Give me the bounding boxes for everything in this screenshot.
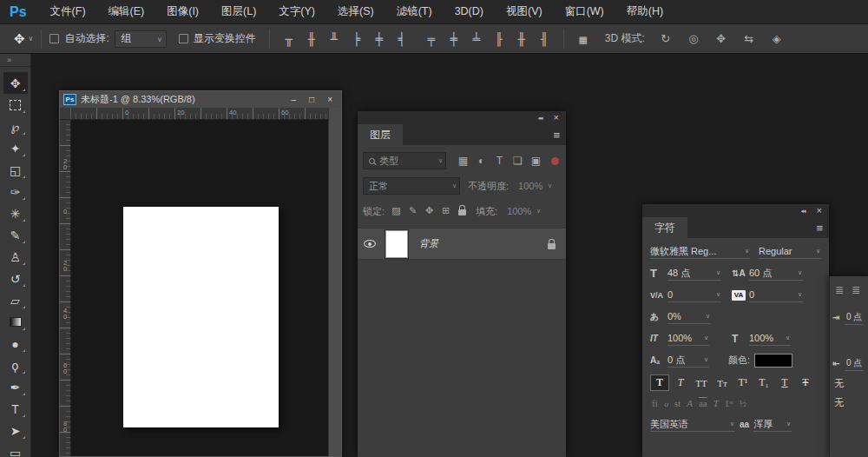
- menu-item-4[interactable]: 文字(Y): [267, 0, 326, 23]
- collapse-panel-icon[interactable]: ◂◂: [538, 115, 542, 122]
- 3d-drag-icon[interactable]: ✥: [709, 32, 733, 45]
- lasso-tool[interactable]: ℘: [3, 116, 28, 137]
- auto-align-layers-button[interactable]: ▦: [572, 32, 595, 46]
- eraser-tool[interactable]: ▱: [3, 289, 28, 311]
- tab-layers[interactable]: 图层: [358, 124, 403, 145]
- path-selection-tool[interactable]: ➤: [3, 420, 28, 441]
- menu-item-10[interactable]: 帮助(H): [615, 0, 674, 23]
- font-style-select[interactable]: Regular: [759, 244, 821, 259]
- layer-thumbnail[interactable]: [385, 230, 408, 258]
- discretionary-ligatures-button[interactable]: st: [674, 398, 681, 409]
- contextual-alternates-button[interactable]: ℴ: [664, 398, 668, 409]
- opacity-select[interactable]: 100%: [512, 177, 556, 195]
- layer-filter-select[interactable]: 类型: [363, 152, 446, 169]
- kinsoku-select[interactable]: 无: [834, 377, 868, 390]
- swash-button[interactable]: A: [687, 398, 693, 409]
- tracking-select[interactable]: 0: [749, 288, 803, 302]
- distribute-left-edges-icon[interactable]: ╟: [488, 32, 510, 46]
- menu-item-8[interactable]: 视图(V): [495, 0, 554, 23]
- anti-alias-select[interactable]: 浑厚: [753, 417, 792, 432]
- quick-selection-tool[interactable]: ✦: [3, 137, 28, 159]
- menu-item-7[interactable]: 3D(D): [444, 0, 495, 23]
- align-top-edges-icon[interactable]: ╥: [278, 32, 300, 46]
- 3d-slide-icon[interactable]: ⇆: [737, 32, 761, 45]
- auto-select-target-select[interactable]: 组: [115, 30, 167, 48]
- crop-tool[interactable]: ◱: [3, 159, 28, 181]
- distribute-right-edges-icon[interactable]: ╢: [533, 32, 556, 46]
- subscript-button[interactable]: T₁: [754, 374, 773, 391]
- minimize-button[interactable]: –: [292, 96, 297, 104]
- 3d-rotate-icon[interactable]: ↻: [654, 32, 678, 45]
- close-panel-icon[interactable]: ×: [817, 206, 822, 215]
- close-panel-icon[interactable]: ×: [554, 113, 559, 123]
- spot-healing-brush-tool[interactable]: ✳: [3, 202, 28, 224]
- color-swatch[interactable]: [754, 354, 792, 368]
- rectangular-marquee-tool[interactable]: [3, 94, 28, 116]
- baseline-shift-field[interactable]: 0 点: [667, 353, 709, 368]
- menu-item-6[interactable]: 滤镜(T): [385, 0, 444, 23]
- align-bottom-edges-icon[interactable]: ╨: [323, 32, 345, 46]
- current-tool-button[interactable]: ✥ ∨: [14, 31, 33, 47]
- distribute-top-edges-icon[interactable]: ╤: [420, 32, 443, 46]
- eyedropper-tool[interactable]: ✑: [3, 181, 28, 202]
- font-family-select[interactable]: 微软雅黑 Reg...: [650, 244, 750, 259]
- auto-select-checkbox[interactable]: [49, 34, 59, 43]
- brush-tool[interactable]: ✎: [3, 224, 28, 246]
- distribute-bottom-edges-icon[interactable]: ╧: [465, 32, 488, 46]
- mojikumi-select[interactable]: 无: [834, 396, 868, 409]
- collapse-panel-icon[interactable]: ◂◂: [801, 208, 806, 215]
- document-titlebar[interactable]: Ps 未标题-1 @ 8.33%(RGB/8) –□×: [60, 91, 341, 108]
- 3d-scale-icon[interactable]: ◈: [765, 32, 789, 45]
- lock-all-icon[interactable]: [454, 205, 470, 217]
- indent-right-field[interactable]: ⇥ 0 点: [832, 310, 868, 325]
- clone-stamp-tool[interactable]: ♙: [3, 246, 28, 268]
- lock-artboard-icon[interactable]: ⊞: [437, 205, 454, 217]
- filter-type-layers-icon[interactable]: T: [490, 155, 509, 167]
- underline-button[interactable]: T: [775, 374, 794, 391]
- lock-transparent-pixels-icon[interactable]: ▨: [388, 205, 404, 217]
- filter-pixel-layers-icon[interactable]: ▦: [454, 155, 472, 167]
- tsume-select[interactable]: 0%: [667, 309, 711, 324]
- pen-tool[interactable]: ✒: [3, 376, 28, 398]
- menu-item-0[interactable]: 文件(F): [39, 0, 97, 23]
- rectangle-tool[interactable]: ▭: [3, 441, 28, 457]
- dodge-tool[interactable]: ϙ: [3, 354, 28, 376]
- history-brush-tool[interactable]: ↺: [3, 268, 28, 289]
- layer-row-background[interactable]: 背景: [358, 228, 566, 260]
- vertical-scale-field[interactable]: 100%: [667, 331, 709, 346]
- panel-menu-icon[interactable]: ≡: [553, 129, 566, 145]
- kerning-select[interactable]: 0: [667, 288, 721, 302]
- small-caps-button[interactable]: Tᴛ: [713, 374, 732, 391]
- leading-select[interactable]: 60 点: [749, 266, 803, 281]
- horizontal-scale-field[interactable]: 100%: [749, 331, 791, 346]
- justify-last-left-icon[interactable]: ≣: [835, 284, 844, 296]
- filter-adjustment-layers-icon[interactable]: ◐: [472, 155, 490, 167]
- tab-character[interactable]: 字符: [642, 217, 687, 238]
- fractions-button[interactable]: ½: [740, 398, 746, 409]
- fill-select[interactable]: 100%: [501, 202, 544, 220]
- ordinals-button[interactable]: 1ˢᵗ: [725, 398, 733, 409]
- filter-toggle-icon[interactable]: [551, 157, 559, 165]
- standard-ligatures-button[interactable]: fi: [652, 398, 658, 409]
- align-right-edges-icon[interactable]: ╡: [391, 32, 413, 46]
- language-select[interactable]: 美国英语: [650, 417, 735, 432]
- menu-item-5[interactable]: 选择(S): [326, 0, 385, 23]
- maximize-button[interactable]: □: [309, 96, 314, 104]
- faux-bold-button[interactable]: T: [650, 374, 669, 391]
- menu-item-3[interactable]: 图层(L): [210, 0, 267, 23]
- align-vertical-centers-icon[interactable]: ╫: [300, 32, 323, 46]
- menu-item-2[interactable]: 图像(I): [155, 0, 210, 23]
- faux-italic-button[interactable]: T: [671, 374, 690, 391]
- show-transform-checkbox[interactable]: [179, 34, 188, 43]
- canvas[interactable]: [123, 207, 279, 427]
- type-tool[interactable]: T: [3, 398, 28, 420]
- font-size-select[interactable]: 48 点: [667, 266, 721, 281]
- panel-menu-icon[interactable]: ≡: [816, 222, 829, 238]
- all-caps-button[interactable]: TT: [692, 374, 711, 391]
- vertical-scrollbar[interactable]: [328, 108, 341, 456]
- menu-item-9[interactable]: 窗口(W): [554, 0, 615, 23]
- close-button[interactable]: ×: [327, 96, 332, 104]
- layer-visibility-toggle[interactable]: [358, 240, 382, 248]
- menu-item-1[interactable]: 编辑(E): [97, 0, 156, 23]
- justify-last-centered-icon[interactable]: ≣: [852, 284, 860, 296]
